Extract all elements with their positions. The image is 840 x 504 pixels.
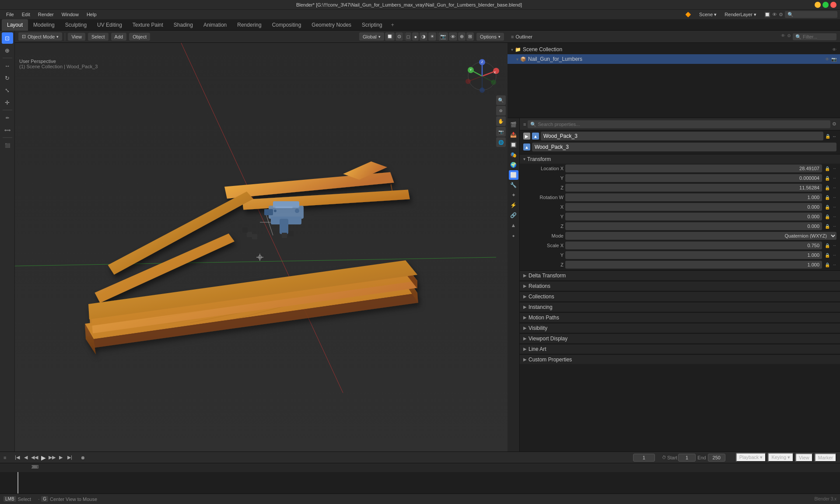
keying-menu[interactable]: Keying ▾ [768,453,794,462]
maximize-button[interactable] [822,2,829,8]
jump-end-button[interactable]: ▶| [66,454,74,462]
menu-help[interactable]: Help [83,11,100,18]
outliner-menu-icon[interactable]: ≡ [511,34,514,39]
tab-sculpting[interactable]: Sculpting [60,19,92,31]
minimize-button[interactable] [815,2,821,8]
global-search[interactable] [785,11,837,18]
start-frame-input[interactable] [678,454,696,462]
prop-tab-particles[interactable]: ✦ [509,190,518,200]
outliner-item-nailgun[interactable]: ▾ 📦 Nail_Gun_for_Lumbers 👁 📷 [508,54,840,64]
close-button[interactable] [830,2,836,8]
step-forward-button[interactable]: ▶ [57,454,65,462]
add-cube-tool-button[interactable]: ⬛ [2,140,13,151]
prop-tab-material[interactable]: ⬥ [509,231,518,240]
custom-properties-header[interactable]: ▶ Custom Properties [520,354,840,364]
rotation-x-lock[interactable]: 🔒 [824,203,831,210]
scale-y-lock[interactable]: 🔒 [824,252,831,259]
object-name-input[interactable] [541,132,823,140]
visibility-icon[interactable]: 👁 [781,33,785,40]
tab-compositing[interactable]: Compositing [267,19,307,31]
fake-user-icon[interactable]: 🔒 [825,134,830,139]
world-button[interactable]: 🌐 [496,137,506,147]
prop-tab-render[interactable]: 🎬 [509,120,518,130]
transform-section-header[interactable]: ▾ Transform [520,154,840,164]
prop-tab-scene[interactable]: 🎭 [509,150,518,160]
tab-modeling[interactable]: Modeling [28,19,60,31]
location-x-input[interactable] [565,164,822,172]
scale-y-input[interactable] [565,251,822,259]
menu-render[interactable]: Render [35,11,57,18]
wireframe-button[interactable]: □ [405,32,412,41]
delta-transform-header[interactable]: ▶ Delta Transform [520,270,840,280]
tab-geometry-nodes[interactable]: Geometry Nodes [306,19,357,31]
collections-header[interactable]: ▶ Collections [520,291,840,301]
cursor-tool-button[interactable]: ⊕ [2,45,13,56]
add-workspace-button[interactable]: + [388,20,398,30]
visibility-header[interactable]: ▶ Visibility [520,323,840,332]
camera-button[interactable]: 📷 [496,127,506,136]
tab-rendering[interactable]: Rendering [232,19,266,31]
prop-tab-view-layer[interactable]: 🔲 [509,140,518,150]
prop-tab-output[interactable]: 📤 [509,130,518,140]
view-menu-tl[interactable]: View [795,453,813,462]
viewport-display-header[interactable]: ▶ Viewport Display [520,333,840,343]
scale-x-lock[interactable]: 🔒 [824,242,831,249]
menu-edit[interactable]: Edit [18,11,34,18]
menu-window[interactable]: Window [58,11,82,18]
filter-icon[interactable]: ⚙ [787,33,791,40]
marker-menu[interactable]: Marker [815,453,836,462]
annotate-tool-button[interactable]: ✏ [2,112,13,123]
rotation-w-lock[interactable]: 🔒 [824,194,831,201]
prop-tab-object[interactable]: ⬜ [509,170,518,180]
prop-tab-constraints[interactable]: 🔗 [509,210,518,220]
jump-start-button[interactable]: |◀ [13,454,21,462]
rotation-z-lock[interactable]: 🔒 [824,223,831,230]
snap-button[interactable]: 🔲 [385,32,395,41]
pan-button[interactable]: ✋ [496,116,506,126]
step-back-button[interactable]: ◀ [22,454,30,462]
properties-search[interactable] [528,120,830,128]
play-reverse-button[interactable]: ◀◀ [31,454,38,462]
location-y-lock[interactable]: 🔒 [824,175,831,182]
prop-tab-object-data[interactable]: ▲ [509,220,518,230]
render-layer-label[interactable]: RenderLayer ▾ [721,11,760,18]
vis-eye[interactable]: 👁 [832,47,836,52]
gizmo-button[interactable]: ⊕ [458,32,466,41]
rendered-button[interactable]: ☀ [428,32,436,41]
select-tool-button[interactable]: ⊡ [2,32,13,44]
rotation-z-input[interactable] [565,222,822,230]
tab-texture-paint[interactable]: Texture Paint [127,19,168,31]
material-preview-button[interactable]: ◑ [420,32,427,41]
tab-scripting[interactable]: Scripting [357,19,388,31]
outliner-search[interactable] [793,33,836,40]
transform-tool-button[interactable]: ✛ [2,97,13,108]
camera-view-button[interactable]: 📷 [438,32,448,41]
play-forward-button[interactable]: ▶▶ [48,454,56,462]
overlay-button[interactable]: ⊞ [466,32,474,41]
viewport-area[interactable]: ⊡ Object Mode ▾ View Select Add Object G… [15,31,508,452]
scene-visibility-button[interactable]: 👁 [449,32,457,41]
current-frame-input[interactable] [633,454,655,462]
scale-z-input[interactable] [565,261,822,269]
location-y-input[interactable] [565,174,822,182]
proportional-edit-button[interactable]: ⊙ [396,32,403,41]
relations-header[interactable]: ▶ Relations [520,281,840,290]
prop-tab-physics[interactable]: ⚡ [509,200,518,210]
playback-menu[interactable]: Playback ▾ [736,453,766,462]
rotation-mode-select[interactable]: Quaternion (WXYZ) XYZ Euler Axis Angle [565,232,836,240]
prop-tab-modifier[interactable]: 🔧 [509,180,518,190]
nailgun-render[interactable]: 📷 [831,57,836,62]
rotation-y-input[interactable] [565,213,822,220]
prop-menu-icon[interactable]: ≡ [523,122,526,127]
object-data-name-input[interactable] [532,143,836,151]
copy-button[interactable]: ↔ [832,134,836,139]
timeline-track[interactable] [0,472,840,495]
play-button[interactable]: ▶ [39,454,47,462]
rotation-w-input[interactable] [565,193,822,201]
tab-layout[interactable]: Layout [2,19,28,31]
rotate-tool-button[interactable]: ↻ [2,72,13,84]
menu-file[interactable]: File [3,11,18,18]
tab-shading[interactable]: Shading [168,19,198,31]
rotation-y-lock[interactable]: 🔒 [824,213,831,220]
nailgun-eye[interactable]: 👁 [825,57,830,62]
